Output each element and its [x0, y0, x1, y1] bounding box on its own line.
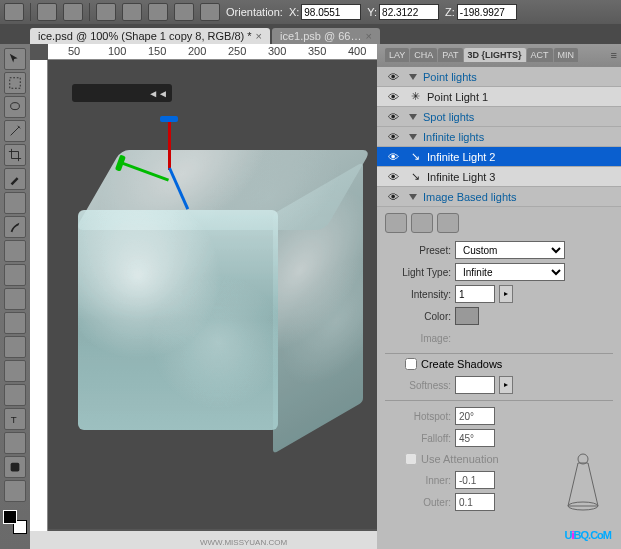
x-input[interactable]: [301, 4, 361, 20]
close-icon[interactable]: ×: [256, 30, 262, 42]
shape-tool-icon[interactable]: [4, 456, 26, 478]
intensity-slider-icon[interactable]: ▸: [499, 285, 513, 303]
3d-axis-widget[interactable]: [128, 100, 208, 200]
tab-paths[interactable]: PAT: [438, 48, 462, 62]
color-swatch[interactable]: [455, 307, 479, 325]
canvas-area: 50 100 150 200 250 300 350 400 ◄◄: [30, 44, 377, 549]
color-swatch[interactable]: [3, 510, 27, 534]
eye-icon[interactable]: 👁: [381, 111, 405, 123]
eye-icon[interactable]: 👁: [381, 71, 405, 83]
light-options-icon[interactable]: [437, 213, 459, 233]
doc-tab-inactive[interactable]: ice1.psb @ 66… ×: [272, 28, 380, 44]
light-type-label: Light Type:: [385, 267, 451, 278]
group-spot-lights[interactable]: 👁 Spot lights: [377, 107, 621, 127]
healing-tool-icon[interactable]: [4, 192, 26, 214]
history-brush-tool-icon[interactable]: [4, 264, 26, 286]
eye-icon[interactable]: 👁: [381, 91, 405, 103]
eraser-tool-icon[interactable]: [4, 288, 26, 310]
stamp-tool-icon[interactable]: [4, 240, 26, 262]
lasso-tool-icon[interactable]: [4, 96, 26, 118]
image-label: Image:: [385, 333, 451, 344]
eye-icon[interactable]: 👁: [381, 151, 405, 163]
ice-cube-object[interactable]: [78, 150, 368, 440]
gradient-tool-icon[interactable]: [4, 312, 26, 334]
image-picker-icon[interactable]: [455, 330, 473, 346]
brush-tool-icon[interactable]: [4, 216, 26, 238]
crop-tool-icon[interactable]: [4, 144, 26, 166]
new-light-icon[interactable]: [385, 213, 407, 233]
ruler-horizontal[interactable]: 50 100 150 200 250 300 350 400: [48, 44, 377, 60]
svg-rect-3: [11, 463, 20, 472]
group-image-based-lights[interactable]: 👁 Image Based lights: [377, 187, 621, 207]
hotspot-label: Hotspot:: [385, 411, 451, 422]
y-input[interactable]: [379, 4, 439, 20]
tab-layers[interactable]: LAY: [385, 48, 409, 62]
create-shadows-checkbox[interactable]: [405, 358, 417, 370]
inner-label: Inner:: [385, 475, 451, 486]
arrows-icon[interactable]: ◄◄: [148, 88, 168, 99]
scale-icon[interactable]: [200, 3, 220, 21]
eye-icon[interactable]: 👁: [381, 171, 405, 183]
tab-3d-lights[interactable]: 3D {LIGHTS}: [464, 48, 526, 62]
marquee-tool-icon[interactable]: [4, 72, 26, 94]
move-tool-icon[interactable]: [4, 48, 26, 70]
doc-tab-active[interactable]: ice.psd @ 100% (Shape 1 copy 8, RGB/8) *…: [30, 28, 270, 44]
use-attenuation-checkbox: [405, 453, 417, 465]
chevron-down-icon[interactable]: [409, 194, 417, 200]
light-type-select[interactable]: Infinite: [455, 263, 565, 281]
light-item-selected[interactable]: 👁 ↘ Infinite Light 2: [377, 147, 621, 167]
wand-tool-icon[interactable]: [4, 120, 26, 142]
watermark-url: WWW.MISSYUAN.COM: [200, 538, 287, 547]
panel-menu-icon[interactable]: ≡: [611, 49, 617, 61]
chevron-down-icon[interactable]: [409, 74, 417, 80]
softness-slider-icon: ▸: [499, 376, 513, 394]
light-item[interactable]: 👁 ↘ Infinite Light 3: [377, 167, 621, 187]
eye-icon[interactable]: 👁: [381, 191, 405, 203]
outer-label: Outer:: [385, 497, 451, 508]
pan-icon[interactable]: [148, 3, 168, 21]
lights-list: 👁 Point lights 👁 ✳ Point Light 1 👁 Spot …: [377, 66, 621, 207]
eye-icon[interactable]: 👁: [381, 131, 405, 143]
axis-z-icon[interactable]: [168, 120, 171, 170]
pen-tool-icon[interactable]: [4, 384, 26, 406]
chevron-down-icon[interactable]: [409, 114, 417, 120]
3d-tool-icon[interactable]: [4, 480, 26, 502]
tab-channels[interactable]: CHA: [410, 48, 437, 62]
tab-actions[interactable]: ACT: [527, 48, 553, 62]
document-canvas[interactable]: ◄◄: [48, 60, 377, 529]
intensity-label: Intensity:: [385, 289, 451, 300]
delete-light-icon[interactable]: [411, 213, 433, 233]
x-label: X:: [289, 6, 299, 18]
y-label: Y:: [367, 6, 377, 18]
intensity-input[interactable]: [455, 285, 495, 303]
close-icon[interactable]: ×: [366, 30, 372, 42]
ruler-vertical[interactable]: [30, 60, 48, 549]
chevron-down-icon[interactable]: [409, 134, 417, 140]
rotate-icon[interactable]: [96, 3, 116, 21]
inner-input: [455, 471, 495, 489]
light-item[interactable]: 👁 ✳ Point Light 1: [377, 87, 621, 107]
group-infinite-lights[interactable]: 👁 Infinite lights: [377, 127, 621, 147]
preset-select[interactable]: Custom: [455, 241, 565, 259]
document-tabs: ice.psd @ 100% (Shape 1 copy 8, RGB/8) *…: [0, 24, 621, 44]
path-tool-icon[interactable]: [4, 432, 26, 454]
z-input[interactable]: [457, 4, 517, 20]
tool-preset-icon[interactable]: [4, 3, 24, 21]
doc-tab-label: ice1.psb @ 66…: [280, 30, 362, 42]
panel-tabs: LAY CHA PAT 3D {LIGHTS} ACT MIN ≡: [377, 44, 621, 66]
svg-point-1: [11, 103, 20, 110]
home-icon[interactable]: [37, 3, 57, 21]
group-point-lights[interactable]: 👁 Point lights: [377, 67, 621, 87]
eyedropper-tool-icon[interactable]: [4, 168, 26, 190]
axis-x-icon[interactable]: [121, 162, 169, 182]
return-icon[interactable]: [63, 3, 83, 21]
slide-icon[interactable]: [174, 3, 194, 21]
tab-min[interactable]: MIN: [554, 48, 579, 62]
orientation-label: Orientation:: [226, 6, 283, 18]
softness-input: [455, 376, 495, 394]
blur-tool-icon[interactable]: [4, 336, 26, 358]
type-tool-icon[interactable]: T: [4, 408, 26, 430]
roll-icon[interactable]: [122, 3, 142, 21]
svg-rect-0: [10, 78, 21, 89]
dodge-tool-icon[interactable]: [4, 360, 26, 382]
